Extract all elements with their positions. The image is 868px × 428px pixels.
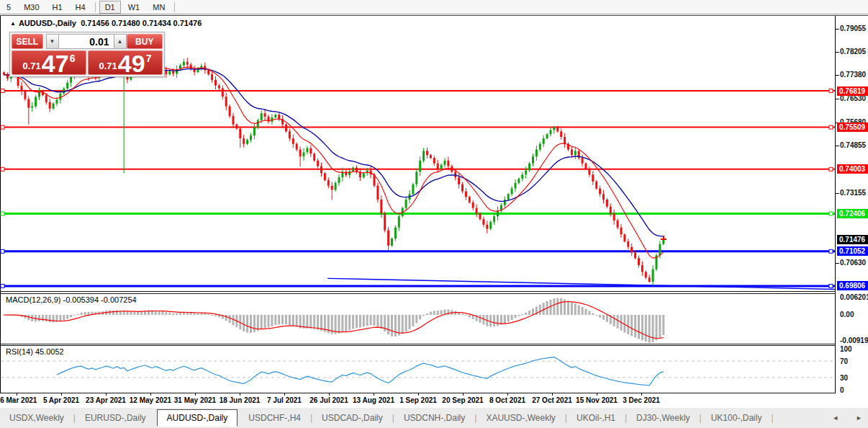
timeframe-button-H4[interactable]: H4 [70, 1, 91, 14]
axis-tick [836, 29, 839, 30]
axis-tick [836, 52, 839, 53]
sell-price-big: 47 [42, 53, 69, 74]
timeframe-button-M30[interactable]: M30 [18, 1, 45, 14]
volume-increase-button[interactable]: ▲ [114, 34, 127, 49]
macd-rsi-divider[interactable] [0, 344, 836, 344]
chart-tab-dj30-weekly[interactable]: DJ30-,Weekly [627, 409, 699, 427]
date-axis-tick [17, 393, 17, 396]
chart-tab-usdchf-h4[interactable]: USDCHF-,H4 [239, 409, 310, 427]
chart-title: ▲AUDUSD-,Daily 0.71456 0.71480 0.71434 0… [10, 19, 202, 27]
price-axis-label: 0.77380 [840, 71, 866, 79]
axis-tick [836, 263, 839, 264]
buy-button[interactable]: BUY [127, 34, 163, 49]
date-axis-label: 1 Sep 2021 [399, 396, 437, 404]
sell-price-pip: 6 [70, 53, 76, 64]
date-axis-label: 31 May 2021 [174, 396, 216, 404]
chart-tab-uk100-daily[interactable]: UK100-,Daily [702, 409, 772, 427]
macd-canvas[interactable] [1, 294, 835, 344]
trade-panel-collapse-icon[interactable]: ▲ [10, 20, 16, 27]
timeframe-button-W1[interactable]: W1 [122, 1, 146, 14]
date-axis: 16 Mar 20215 Apr 202123 Apr 202112 May 2… [1, 393, 835, 406]
date-axis-tick [150, 393, 151, 396]
sell-price-prefix: 0.71 [23, 61, 41, 71]
macd-axis-label: 0.006201 [840, 293, 868, 301]
date-axis-label: 3 Dec 2021 [623, 396, 660, 404]
date-axis-tick [61, 393, 62, 396]
date-axis-tick [329, 393, 330, 396]
date-axis-tick [552, 393, 553, 396]
date-axis-label: 18 Jun 2021 [220, 396, 261, 404]
buy-price-prefix: 0.71 [99, 61, 117, 71]
main-macd-divider[interactable] [0, 291, 836, 292]
buy-price-big: 49 [118, 53, 145, 74]
macd-axis-label: -0.009197 [840, 336, 868, 344]
date-axis-label: 26 Jul 2021 [309, 396, 348, 404]
date-axis-tick [418, 393, 419, 396]
chart-symbol-period: AUDUSD-,Daily [19, 19, 76, 27]
price-axis-label: 0.73155 [840, 189, 866, 197]
price-tag-0.74003: 0.74003 [837, 164, 868, 174]
timeframe-button-H1[interactable]: H1 [47, 1, 68, 14]
timeframe-button-MN[interactable]: MN [147, 1, 171, 14]
date-axis-tick [284, 393, 285, 396]
chart-tab-usdcnh-daily[interactable]: USDCNH-,Daily [394, 409, 474, 427]
date-axis-label: 8 Oct 2021 [489, 396, 525, 404]
one-click-trading-panel: SELL ▼ ▲ BUY 0.71 47 6 0.71 49 7 [9, 32, 165, 77]
buy-price-pip: 7 [146, 53, 152, 64]
date-axis-tick [507, 393, 508, 396]
chart-tab-usdx-weekly[interactable]: USDX,Weekly [0, 409, 73, 427]
date-axis-label: 27 Oct 2021 [532, 396, 572, 404]
price-tag-0.71052: 0.71052 [837, 246, 868, 256]
timeframe-toolbar: 5M30H1H4D1W1MN [0, 0, 868, 14]
date-axis-tick [106, 393, 107, 396]
buy-price-box[interactable]: 0.71 49 7 [88, 50, 163, 75]
date-axis-tick [597, 393, 597, 396]
date-axis-label: 5 Apr 2021 [43, 396, 79, 404]
date-axis-label: 23 Apr 2021 [86, 396, 126, 404]
price-axis-label: 0.70630 [840, 259, 866, 267]
date-axis-tick [463, 393, 464, 396]
tab-scroll-right-icon[interactable]: ► [856, 414, 862, 422]
date-axis-label: 7 Jul 2021 [267, 396, 302, 404]
toolbar-separator [174, 2, 175, 12]
rsi-axis-label: 30 [840, 374, 848, 382]
chart-tab-audusd-daily[interactable]: AUDUSD-,Daily [157, 409, 238, 427]
date-axis-label: 13 Aug 2021 [353, 396, 394, 404]
chart-tab-xauusd-weekly[interactable]: XAUUSD-,Weekly [476, 409, 564, 427]
toolbar-separator [95, 2, 96, 12]
chart-tab-usdcad-daily[interactable]: USDCAD-,Daily [312, 409, 392, 427]
volume-input[interactable] [59, 34, 114, 49]
timeframe-button-D1[interactable]: D1 [99, 1, 121, 14]
rsi-axis-label: 100 [840, 345, 852, 353]
axis-tick [836, 193, 839, 194]
timeframe-button-5[interactable]: 5 [1, 1, 17, 14]
sell-price-box[interactable]: 0.71 47 6 [12, 50, 86, 75]
price-axis-label: 0.78205 [840, 48, 866, 55]
date-axis-label: 12 May 2021 [130, 396, 171, 404]
date-axis-label: 15 Nov 2021 [576, 396, 618, 404]
date-axis-label: 20 Sep 2021 [442, 396, 483, 404]
axis-tick [836, 99, 839, 99]
price-tag-0.76819: 0.76819 [837, 86, 868, 96]
date-axis-tick [195, 393, 196, 396]
price-tag-0.69806: 0.69806 [837, 281, 868, 290]
volume-decrease-button[interactable]: ▼ [46, 34, 59, 49]
tab-separator: | [771, 413, 773, 423]
date-axis-tick [240, 393, 240, 396]
chart-tab-bar: USDX,Weekly|EURUSD-,DailyAUDUSD-,DailyUS… [0, 408, 868, 428]
sell-button[interactable]: SELL [12, 34, 43, 49]
axis-tick [836, 146, 839, 146]
tab-scroll-left-icon[interactable]: ◄ [832, 414, 838, 422]
rsi-canvas[interactable] [1, 346, 835, 393]
axis-divider [835, 16, 836, 393]
price-axis-label: 0.79055 [840, 24, 866, 32]
rsi-axis-label: 70 [840, 357, 848, 365]
price-tag-0.72406: 0.72406 [837, 209, 868, 218]
chart-tab-ukoil-h1[interactable]: UKOil-,H1 [567, 409, 625, 427]
chart-tab-eurusd-daily[interactable]: EURUSD-,Daily [76, 409, 155, 427]
chart-ohlc-quotes: 0.71456 0.71480 0.71434 0.71476 [81, 19, 202, 27]
tab-scroll-buttons: ◄► [832, 414, 868, 422]
price-axis-label: 0.76530 [840, 94, 866, 102]
macd-axis-label: 0.00 [840, 311, 854, 318]
rsi-axis-label: 0 [840, 386, 844, 394]
